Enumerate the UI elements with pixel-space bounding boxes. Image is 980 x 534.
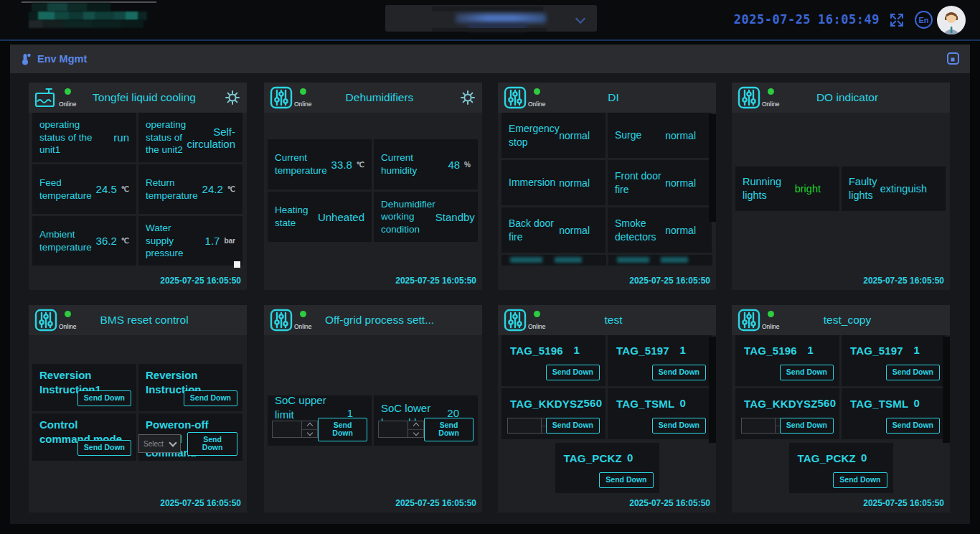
card-header: Online BMS reset control (29, 305, 247, 335)
send-down-button[interactable]: Send Down (546, 365, 600, 380)
card-header: Online Tongfei liquid cooling (29, 83, 247, 113)
device-card-off-grid-process-settings: Online Off-grid process sett... SoC uppe… (264, 305, 482, 512)
online-status-dot (534, 311, 540, 317)
param-label: Water supply pressure (146, 222, 202, 260)
param-value: Self-circulation (187, 126, 235, 150)
sliders-icon (504, 309, 527, 332)
setting-cell: SoC upper limit variance 1 Send Down (268, 395, 372, 446)
sliders-icon (270, 86, 293, 109)
scrollbar-track[interactable] (943, 337, 950, 443)
card-title: Tongfei liquid cooling (73, 83, 215, 113)
top-bar: 2025-07-2516:05:49 En (0, 0, 980, 41)
tag-value: 0 (861, 451, 867, 466)
send-down-button[interactable]: Send Down (184, 390, 237, 406)
value-input[interactable] (378, 421, 424, 438)
tag-label: TAG_5196 (744, 344, 797, 358)
param-cell: Running lightsbright (735, 167, 839, 211)
send-down-button[interactable]: Send Down (886, 418, 940, 434)
send-down-button[interactable]: Send Down (780, 365, 834, 380)
scroll-handle[interactable] (234, 261, 240, 268)
param-cell: Faulty lightsextinguish (842, 167, 946, 211)
send-down-button[interactable]: Send Down (318, 418, 367, 441)
online-status-dot (768, 88, 774, 95)
gear-icon[interactable] (225, 90, 240, 106)
station-selector-dropdown[interactable] (385, 5, 597, 32)
card-title: Dehumidifiers (308, 83, 451, 113)
send-down-button[interactable]: Send Down (546, 418, 600, 434)
param-value: normal (665, 225, 696, 236)
device-card-tongfei-liquid-cooling: Online Tongfei liquid cooling operating … (29, 83, 247, 290)
tag-value: 1 (679, 344, 686, 358)
online-status-dot (300, 88, 306, 95)
card-header: Online DI (498, 83, 716, 113)
scrollbar-track[interactable] (709, 337, 716, 443)
card-title: BMS reset control (73, 305, 215, 335)
param-label: Running lights (743, 175, 791, 202)
param-unit: ℃ (121, 237, 129, 245)
param-value: 24.2 (202, 183, 223, 195)
scrollbar-track[interactable] (709, 114, 716, 222)
send-down-button[interactable]: Send Down (424, 418, 473, 441)
send-down-button[interactable]: Send Down (886, 365, 940, 380)
device-card-test-copy: Online test_copy TAG_51961 Send Down TAG… (732, 305, 950, 512)
sliders-icon (34, 309, 57, 332)
send-down-button[interactable]: Send Down (780, 418, 834, 434)
param-value: 33.8 (331, 159, 352, 171)
param-unit: ℃ (227, 185, 235, 193)
param-value: run (113, 131, 129, 144)
send-down-button[interactable]: Send Down (652, 365, 706, 380)
param-value: normal (665, 177, 696, 189)
card-title: test_copy (776, 305, 918, 335)
panel-title: Env Mgmt (37, 53, 87, 65)
gear-icon[interactable] (460, 90, 476, 106)
param-label: operating status of the unit1 (39, 118, 95, 156)
censored-text-block (456, 14, 546, 23)
fullscreen-icon[interactable] (888, 11, 905, 29)
param-label: Ambient temperature (39, 228, 95, 253)
param-cell: operating status of the unit2Self-circul… (138, 113, 242, 162)
param-value: Unheated (318, 211, 364, 223)
card-timestamp: 2025-07-25 16:05:50 (395, 276, 476, 286)
device-card-do-indicator: Online DO indicator Running lightsbright… (732, 83, 950, 290)
param-value: 24.5 (96, 183, 117, 195)
spinner-arrows[interactable] (301, 421, 317, 437)
card-timestamp: 2025-07-25 16:05:50 (629, 276, 710, 286)
liquid-cooling-tank-icon (34, 86, 59, 109)
tag-cell: TAG_51971 Send Down (608, 335, 712, 386)
command-select[interactable]: Select (138, 434, 181, 453)
clipped-cell (501, 255, 606, 266)
popout-icon[interactable] (946, 51, 961, 67)
send-down-button[interactable]: Send Down (77, 390, 131, 406)
tag-value: 560 (818, 397, 837, 411)
datetime-display: 2025-07-2516:05:49 (734, 12, 880, 27)
param-label: Immersion (509, 176, 555, 189)
send-down-button[interactable]: Send Down (599, 472, 653, 488)
clipped-scrolled-row (501, 255, 712, 266)
send-down-button[interactable]: Send Down (187, 432, 237, 456)
language-toggle[interactable]: En (915, 11, 933, 29)
send-down-button[interactable]: Send Down (833, 472, 887, 488)
device-card-test: Online test TAG_51961 Send Down TAG_5197… (498, 305, 716, 512)
tag-label: TAG_PCKZ (564, 451, 622, 466)
card-timestamp: 2025-07-25 16:05:50 (160, 498, 241, 508)
param-cell: Current temperature33.8℃ (268, 139, 372, 189)
logo-mosaic-row (29, 20, 143, 28)
online-status-dot (65, 88, 71, 95)
online-status-dot (65, 311, 71, 317)
tag-cell: TAG_PCKZ0 Send Down (789, 443, 893, 493)
param-label: Front door fire (615, 169, 665, 195)
param-value: 1.7 (205, 235, 220, 247)
value-input[interactable] (272, 421, 318, 438)
online-status-dot (300, 311, 306, 317)
card-header: Online test (498, 305, 716, 335)
spinner-arrows[interactable] (407, 421, 423, 437)
device-card-dehumidifiers: Online Dehumidifiers Current temperature… (264, 83, 482, 290)
param-label: Faulty lights (849, 175, 880, 202)
tag-label: TAG_KKDYSZ (744, 397, 818, 411)
send-down-button[interactable]: Send Down (77, 440, 131, 456)
user-avatar[interactable] (937, 6, 966, 34)
clipped-cell (608, 255, 713, 266)
param-label: Heating state (275, 204, 318, 229)
param-value: bright (795, 183, 821, 195)
send-down-button[interactable]: Send Down (652, 418, 706, 434)
